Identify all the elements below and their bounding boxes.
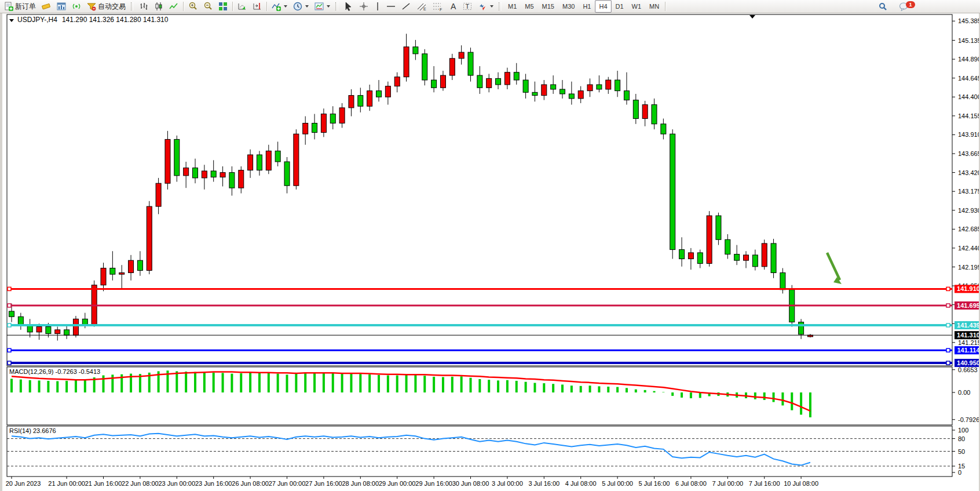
search-button[interactable] [876,1,890,13]
arrows-icon [478,2,487,11]
candle-body [64,330,70,335]
candle-body [780,272,785,289]
macd-tick-label: 0.6653 [958,366,978,373]
level-handle[interactable] [946,348,950,352]
candle-body [239,170,244,188]
candle-body [321,114,326,133]
notification-badge: 1 [906,1,915,8]
tile-windows-icon [218,2,228,11]
channel-button[interactable]: E [414,0,430,13]
tile-windows-button[interactable] [215,0,231,13]
bar-chart-button[interactable] [136,0,151,13]
candlestick-button[interactable] [151,0,166,13]
rsi-tick-label: 80 [958,435,965,442]
indicators-button[interactable] [269,0,290,13]
trendline-button[interactable] [398,0,414,13]
horizontal-line-button[interactable] [383,0,398,13]
channel-icon: E [416,2,427,11]
candle-body [385,86,390,97]
time-tick-label: 3 Jul 00:00 [492,480,523,487]
level-handle[interactable] [8,361,11,365]
chart-shift-button[interactable] [250,0,265,13]
price-chart[interactable]: 145.385145.135144.890144.645144.400144.1… [2,13,979,491]
candle-body [725,239,730,254]
timeframe-m15-button[interactable]: M15 [538,0,558,13]
timeframe-m30-button[interactable]: M30 [558,0,579,13]
cursor-button[interactable] [341,0,356,13]
level-handle[interactable] [8,304,11,307]
fibonacci-icon: F [433,2,443,11]
candle-body [9,311,14,317]
level-handle[interactable] [946,323,950,327]
time-tick-label: 3 Jul 16:00 [528,480,560,487]
timeframe-d1-button[interactable]: D1 [612,0,628,13]
level-price-badge-label: 141.310 [957,332,979,339]
zoom-in-button[interactable] [185,0,200,13]
candle-body [248,155,253,170]
macd-label: MACD(12,26,9) -0.7263 -0.5413 [9,368,100,375]
signal-button[interactable] [69,0,84,13]
candle-body [358,96,363,107]
market-watch-button[interactable] [54,0,69,13]
level-handle[interactable] [946,287,950,290]
templates-button[interactable] [312,0,333,13]
timeframe-h1-button[interactable]: H1 [579,0,595,13]
button-label: 新订单 [15,2,36,12]
market-watch-icon [57,2,66,11]
candle-body [597,85,602,89]
level-handle[interactable] [946,304,950,307]
time-tick-label: 22 Jun 08:00 [122,480,159,487]
zoom-out-button[interactable] [200,0,215,13]
candle-body [487,78,492,88]
crosshair-button[interactable] [356,0,372,13]
new-order-button[interactable]: 新订单 [1,0,39,13]
bar-chart-icon [139,2,148,11]
candle-body [459,52,464,59]
timeframe-h4-button[interactable]: H4 [595,0,611,13]
timeframe-mn-button[interactable]: MN [645,0,663,13]
price-tick-label: 144.400 [958,93,979,100]
time-tick-label: 7 Jul 00:00 [712,480,743,487]
level-price-badge-label: 141.910 [957,285,979,292]
time-tick-label: 29 Jun 16:00 [415,480,452,487]
vertical-line-button[interactable] [372,0,383,13]
auto-trading-button[interactable]: 自动交易 [84,0,129,13]
fibonacci-button[interactable]: F [430,0,446,13]
candle-body [578,91,583,99]
candle-body [404,47,409,77]
svg-text:T: T [466,3,470,10]
candle-body [514,72,519,80]
candle-body [275,151,280,162]
text-label-button[interactable]: T [460,0,475,13]
news-button[interactable] [39,0,54,13]
text-label-icon: T [463,2,472,11]
level-handle[interactable] [946,361,950,365]
candle-body [799,322,804,334]
timeframe-w1-button[interactable]: W1 [628,0,646,13]
auto-scroll-button[interactable] [235,0,250,13]
line-chart-button[interactable] [166,0,181,13]
candle-body [670,134,675,249]
price-tick-label: 142.685 [958,226,979,232]
button-label: 自动交易 [98,2,126,12]
candlestick-icon [154,2,163,11]
time-tick-label: 20 Jun 2023 [6,480,41,487]
candle-body [73,319,78,335]
time-tick-label: 23 Jun 16:00 [195,480,232,487]
candle-body [615,80,620,91]
periods-button[interactable] [290,0,312,13]
timeframe-m5-button[interactable]: M5 [521,0,537,13]
chart-window[interactable]: 145.385145.135144.890144.645144.400144.1… [0,13,980,491]
text-button[interactable]: A [446,0,460,13]
arrows-button[interactable] [475,0,496,13]
level-handle[interactable] [8,348,11,352]
toolbar-separator [183,2,184,11]
level-handle[interactable] [8,323,11,327]
timeframe-m1-button[interactable]: M1 [504,0,521,13]
candle-body [147,206,152,270]
rsi-tick-label: 100 [958,427,968,434]
level-price-badge-label: 140.950 [957,359,979,366]
candle-body [110,268,115,275]
chat-button[interactable]: 1 [896,1,912,13]
level-handle[interactable] [8,287,11,290]
